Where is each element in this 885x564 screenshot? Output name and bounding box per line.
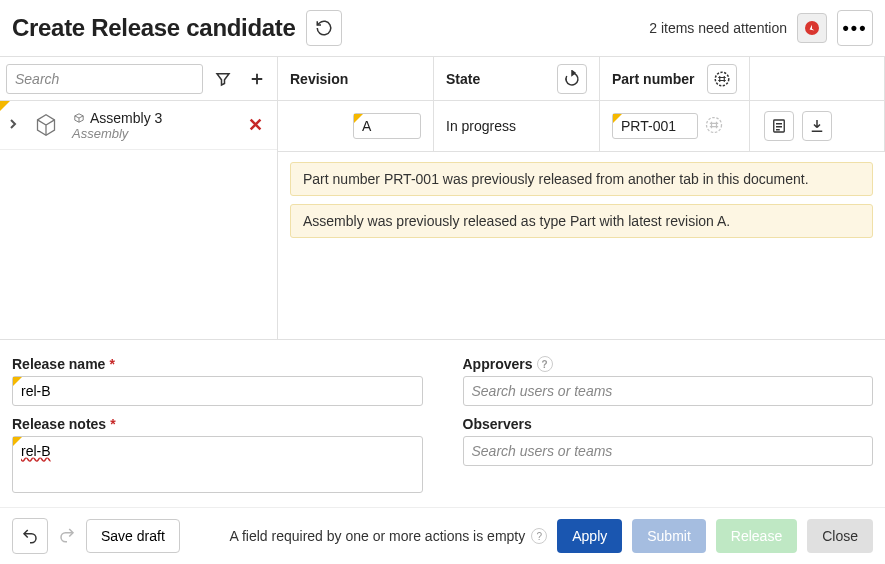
partnum-settings-button[interactable] — [707, 64, 737, 94]
release-notes-textarea[interactable]: <span class="wavy">rel-B</span> — [21, 443, 414, 487]
footer-bar: Save draft A field required by one or mo… — [0, 507, 885, 564]
refresh-button[interactable] — [306, 10, 342, 46]
release-notes-input-wrap: <span class="wavy">rel-B</span> — [12, 436, 423, 493]
svg-point-0 — [715, 72, 729, 86]
close-icon: ✕ — [248, 115, 263, 135]
cell-partnum: PRT-001 — [600, 101, 750, 151]
chevron-right-icon — [8, 119, 18, 129]
apply-button[interactable]: Apply — [557, 519, 622, 553]
release-name-input-wrap — [12, 376, 423, 406]
warnings-area: Part number PRT-001 was previously relea… — [278, 152, 885, 248]
col-header-partnum-label: Part number — [612, 71, 694, 87]
cell-revision: A — [278, 101, 434, 151]
download-icon — [808, 117, 826, 135]
partnum-value: PRT-001 — [621, 118, 676, 134]
col-header-state-label: State — [446, 71, 480, 87]
observers-input-wrap — [463, 436, 874, 466]
left-panel: Assembly 3 Assembly ✕ — [0, 57, 278, 339]
download-button[interactable] — [802, 111, 832, 141]
redo-icon — [58, 526, 76, 544]
right-panel: Revision State Part number A — [278, 57, 885, 339]
observers-label: Observers — [463, 416, 874, 432]
col-header-partnum: Part number — [600, 57, 750, 100]
cube-small-icon — [72, 111, 86, 125]
filter-button[interactable] — [209, 65, 237, 93]
left-toolbar — [0, 57, 277, 101]
cycle-icon — [563, 70, 581, 88]
approvers-label: Approvers ? — [463, 356, 874, 372]
expand-chevron[interactable] — [8, 118, 20, 132]
partnum-field[interactable]: PRT-001 — [612, 113, 698, 139]
close-button[interactable]: Close — [807, 519, 873, 553]
form-section: Release name* Release notes* <span class… — [0, 339, 885, 507]
table-header: Revision State Part number — [278, 57, 885, 101]
cell-actions — [750, 101, 885, 151]
approvers-input[interactable] — [472, 383, 865, 399]
assembly-cube-icon — [28, 107, 64, 143]
page-title: Create Release candidate — [12, 14, 296, 42]
col-header-state: State — [434, 57, 600, 100]
submit-button: Submit — [632, 519, 706, 553]
svg-point-1 — [707, 117, 722, 132]
refresh-icon — [315, 19, 333, 37]
tree-item-name: Assembly 3 — [90, 110, 162, 126]
observers-input[interactable] — [472, 443, 865, 459]
more-icon: ••• — [843, 18, 868, 39]
hash-gen-icon — [704, 115, 724, 135]
col-header-actions — [750, 57, 885, 100]
tree-row-assembly[interactable]: Assembly 3 Assembly ✕ — [0, 101, 277, 150]
revision-field[interactable]: A — [353, 113, 421, 139]
attention-badge-icon — [805, 21, 819, 35]
warning-banner: Assembly was previously released as type… — [290, 204, 873, 238]
filter-icon — [214, 70, 232, 88]
properties-icon — [770, 117, 788, 135]
remove-item-button[interactable]: ✕ — [242, 114, 269, 136]
col-header-revision: Revision — [278, 57, 434, 100]
help-icon[interactable]: ? — [537, 356, 553, 372]
form-col-right: Approvers ? Observers — [463, 356, 874, 503]
top-bar: Create Release candidate 2 items need at… — [0, 0, 885, 56]
release-name-label: Release name* — [12, 356, 423, 372]
plus-icon — [248, 70, 266, 88]
search-input[interactable] — [6, 64, 203, 94]
release-notes-label: Release notes* — [12, 416, 423, 432]
release-button: Release — [716, 519, 797, 553]
redo-button — [58, 526, 76, 547]
properties-button[interactable] — [764, 111, 794, 141]
revision-value: A — [362, 118, 371, 134]
help-icon[interactable]: ? — [531, 528, 547, 544]
attention-button[interactable] — [797, 13, 827, 43]
save-draft-button[interactable]: Save draft — [86, 519, 180, 553]
add-button[interactable] — [243, 65, 271, 93]
release-name-input[interactable] — [21, 383, 414, 399]
table-row: A In progress PRT-001 — [278, 101, 885, 152]
approvers-input-wrap — [463, 376, 874, 406]
tree-row-text: Assembly 3 Assembly — [72, 110, 234, 141]
hash-circle-icon — [713, 70, 731, 88]
partnum-gen-button[interactable] — [704, 115, 724, 138]
cell-state: In progress — [434, 101, 600, 151]
more-menu-button[interactable]: ••• — [837, 10, 873, 46]
state-value: In progress — [446, 118, 516, 134]
footer-message: A field required by one or more actions … — [230, 528, 548, 544]
tree-item-type: Assembly — [72, 126, 234, 141]
undo-icon — [21, 527, 39, 545]
state-cycle-button[interactable] — [557, 64, 587, 94]
warning-banner: Part number PRT-001 was previously relea… — [290, 162, 873, 196]
attention-text: 2 items need attention — [649, 20, 787, 36]
undo-button[interactable] — [12, 518, 48, 554]
main-split: Assembly 3 Assembly ✕ Revision State Par… — [0, 56, 885, 339]
form-col-left: Release name* Release notes* <span class… — [12, 356, 423, 503]
